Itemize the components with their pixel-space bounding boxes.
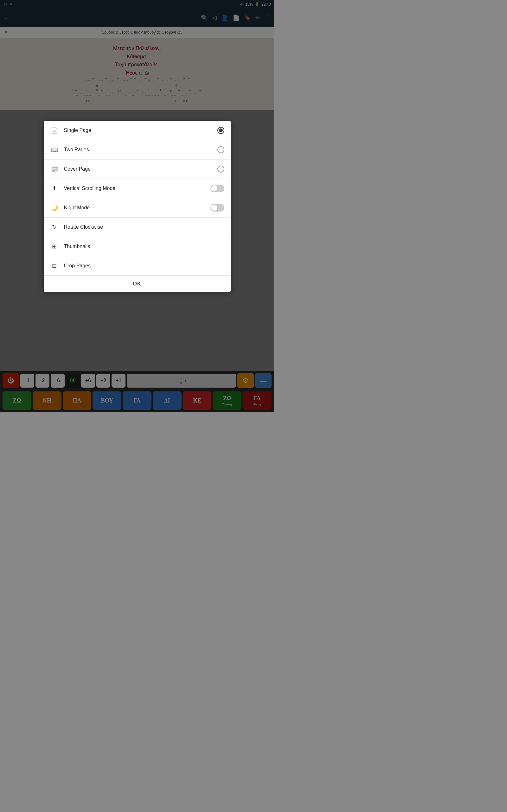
vertical-scrolling-icon: ⬆ <box>50 184 59 193</box>
option-rotate-clockwise[interactable]: ↻ Rotate Clockwise <box>44 217 231 237</box>
cover-page-label: Cover Page <box>64 166 217 172</box>
ok-button[interactable]: OK <box>44 275 231 292</box>
modal-overlay: 📄 Single Page 📖 Two Pages 📰 Cover Page <box>0 0 274 412</box>
modal-dialog: 📄 Single Page 📖 Two Pages 📰 Cover Page <box>44 121 231 292</box>
single-page-icon: 📄 <box>50 126 59 135</box>
option-cover-page[interactable]: 📰 Cover Page <box>44 159 231 179</box>
option-thumbnails[interactable]: ⊞ Thumbnails <box>44 237 231 256</box>
two-pages-icon: 📖 <box>50 145 59 154</box>
option-vertical-scrolling[interactable]: ⬆ Vertical Scrolling Mode <box>44 179 231 198</box>
thumbnails-label: Thumbnails <box>64 244 224 249</box>
crop-pages-label: Crop Pages <box>64 263 224 269</box>
two-pages-label: Two Pages <box>64 147 217 153</box>
night-mode-label: Night Mode <box>64 205 210 211</box>
option-two-pages[interactable]: 📖 Two Pages <box>44 140 231 159</box>
option-crop-pages[interactable]: ⊡ Crop Pages <box>44 256 231 275</box>
cover-page-radio[interactable] <box>217 165 224 172</box>
rotate-clockwise-label: Rotate Clockwise <box>64 224 224 230</box>
crop-pages-icon: ⊡ <box>50 261 59 270</box>
vertical-scrolling-label: Vertical Scrolling Mode <box>64 186 210 191</box>
option-single-page[interactable]: 📄 Single Page <box>44 121 231 140</box>
rotate-clockwise-icon: ↻ <box>50 223 59 232</box>
vertical-scrolling-toggle[interactable] <box>210 185 224 192</box>
single-page-label: Single Page <box>64 128 217 133</box>
single-page-radio[interactable] <box>217 127 224 134</box>
night-mode-icon: 🌙 <box>50 203 59 212</box>
thumbnails-icon: ⊞ <box>50 242 59 251</box>
two-pages-radio[interactable] <box>217 146 224 153</box>
cover-page-icon: 📰 <box>50 165 59 173</box>
option-night-mode[interactable]: 🌙 Night Mode <box>44 198 231 217</box>
night-mode-toggle[interactable] <box>210 204 224 212</box>
